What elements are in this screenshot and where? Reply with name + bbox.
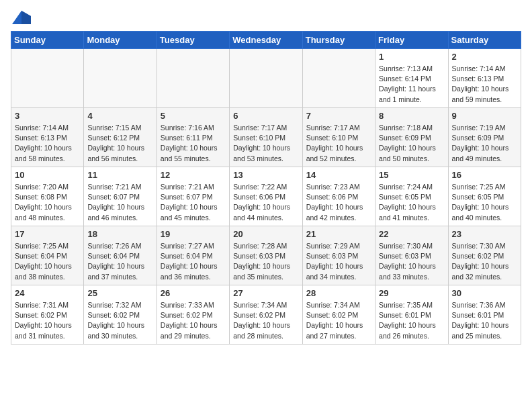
calendar-cell: 4Sunrise: 7:15 AM Sunset: 6:12 PM Daylig…: [84, 108, 157, 167]
calendar-cell: 5Sunrise: 7:16 AM Sunset: 6:11 PM Daylig…: [157, 108, 229, 167]
day-info: Sunrise: 7:17 AM Sunset: 6:10 PM Dayligh…: [306, 123, 371, 164]
calendar-cell: 28Sunrise: 7:34 AM Sunset: 6:02 PM Dayli…: [302, 285, 375, 345]
day-number: 26: [161, 288, 226, 298]
calendar-cell: 26Sunrise: 7:33 AM Sunset: 6:02 PM Dayli…: [157, 285, 229, 345]
col-header-wednesday: Wednesday: [230, 32, 302, 49]
day-info: Sunrise: 7:15 AM Sunset: 6:12 PM Dayligh…: [87, 123, 152, 164]
calendar-cell: 13Sunrise: 7:22 AM Sunset: 6:06 PM Dayli…: [230, 167, 302, 226]
day-info: Sunrise: 7:28 AM Sunset: 6:03 PM Dayligh…: [233, 241, 298, 282]
header-row: SundayMondayTuesdayWednesdayThursdayFrid…: [11, 32, 521, 49]
day-info: Sunrise: 7:17 AM Sunset: 6:10 PM Dayligh…: [233, 123, 298, 164]
calendar-cell: 24Sunrise: 7:31 AM Sunset: 6:02 PM Dayli…: [11, 285, 84, 345]
week-row-3: 10Sunrise: 7:20 AM Sunset: 6:08 PM Dayli…: [11, 167, 521, 226]
calendar-cell: 20Sunrise: 7:28 AM Sunset: 6:03 PM Dayli…: [230, 226, 302, 285]
day-info: Sunrise: 7:22 AM Sunset: 6:06 PM Dayligh…: [233, 182, 298, 223]
col-header-saturday: Saturday: [448, 32, 521, 49]
calendar-cell: [11, 49, 84, 108]
logo-icon: [12, 11, 31, 24]
day-info: Sunrise: 7:31 AM Sunset: 6:02 PM Dayligh…: [15, 300, 80, 341]
calendar-cell: 18Sunrise: 7:26 AM Sunset: 6:04 PM Dayli…: [84, 226, 157, 285]
calendar-cell: 2Sunrise: 7:14 AM Sunset: 6:13 PM Daylig…: [448, 49, 521, 108]
col-header-thursday: Thursday: [302, 32, 375, 49]
week-row-5: 24Sunrise: 7:31 AM Sunset: 6:02 PM Dayli…: [11, 285, 521, 345]
day-number: 20: [233, 229, 298, 239]
calendar-cell: 15Sunrise: 7:24 AM Sunset: 6:05 PM Dayli…: [375, 167, 448, 226]
day-info: Sunrise: 7:36 AM Sunset: 6:01 PM Dayligh…: [452, 300, 517, 341]
day-number: 19: [161, 229, 226, 239]
calendar-cell: 19Sunrise: 7:27 AM Sunset: 6:04 PM Dayli…: [157, 226, 229, 285]
day-info: Sunrise: 7:35 AM Sunset: 6:01 PM Dayligh…: [379, 300, 444, 341]
col-header-sunday: Sunday: [11, 32, 84, 49]
day-number: 6: [233, 111, 298, 121]
week-row-2: 3Sunrise: 7:14 AM Sunset: 6:13 PM Daylig…: [11, 108, 521, 167]
day-info: Sunrise: 7:21 AM Sunset: 6:07 PM Dayligh…: [161, 182, 226, 223]
col-header-tuesday: Tuesday: [157, 32, 229, 49]
calendar-cell: 23Sunrise: 7:30 AM Sunset: 6:02 PM Dayli…: [448, 226, 521, 285]
day-number: 8: [379, 111, 444, 121]
col-header-friday: Friday: [375, 32, 448, 49]
day-info: Sunrise: 7:34 AM Sunset: 6:02 PM Dayligh…: [306, 300, 371, 341]
day-info: Sunrise: 7:25 AM Sunset: 6:05 PM Dayligh…: [452, 182, 517, 223]
day-number: 18: [87, 229, 152, 239]
day-number: 12: [161, 170, 226, 180]
day-info: Sunrise: 7:30 AM Sunset: 6:02 PM Dayligh…: [452, 241, 517, 282]
day-info: Sunrise: 7:24 AM Sunset: 6:05 PM Dayligh…: [379, 182, 444, 223]
calendar-cell: 14Sunrise: 7:23 AM Sunset: 6:06 PM Dayli…: [302, 167, 375, 226]
day-number: 28: [306, 288, 371, 298]
day-number: 23: [452, 229, 517, 239]
day-number: 1: [379, 52, 444, 62]
day-number: 15: [379, 170, 444, 180]
day-number: 30: [452, 288, 517, 298]
day-info: Sunrise: 7:20 AM Sunset: 6:08 PM Dayligh…: [15, 182, 80, 223]
day-number: 13: [233, 170, 298, 180]
day-number: 2: [452, 52, 517, 62]
day-number: 10: [15, 170, 80, 180]
calendar-cell: 12Sunrise: 7:21 AM Sunset: 6:07 PM Dayli…: [157, 167, 229, 226]
calendar-cell: 8Sunrise: 7:18 AM Sunset: 6:09 PM Daylig…: [375, 108, 448, 167]
calendar-cell: 7Sunrise: 7:17 AM Sunset: 6:10 PM Daylig…: [302, 108, 375, 167]
svg-marker-1: [21, 11, 31, 24]
day-info: Sunrise: 7:13 AM Sunset: 6:14 PM Dayligh…: [379, 64, 444, 105]
page-header: [11, 11, 521, 24]
day-info: Sunrise: 7:32 AM Sunset: 6:02 PM Dayligh…: [87, 300, 152, 341]
day-number: 17: [15, 229, 80, 239]
day-number: 5: [161, 111, 226, 121]
calendar-cell: [302, 49, 375, 108]
calendar-cell: 10Sunrise: 7:20 AM Sunset: 6:08 PM Dayli…: [11, 167, 84, 226]
day-info: Sunrise: 7:25 AM Sunset: 6:04 PM Dayligh…: [15, 241, 80, 282]
day-info: Sunrise: 7:30 AM Sunset: 6:03 PM Dayligh…: [379, 241, 444, 282]
day-info: Sunrise: 7:34 AM Sunset: 6:02 PM Dayligh…: [233, 300, 298, 341]
day-info: Sunrise: 7:33 AM Sunset: 6:02 PM Dayligh…: [161, 300, 226, 341]
day-info: Sunrise: 7:27 AM Sunset: 6:04 PM Dayligh…: [161, 241, 226, 282]
day-info: Sunrise: 7:23 AM Sunset: 6:06 PM Dayligh…: [306, 182, 371, 223]
week-row-1: 1Sunrise: 7:13 AM Sunset: 6:14 PM Daylig…: [11, 49, 521, 108]
day-number: 21: [306, 229, 371, 239]
day-number: 22: [379, 229, 444, 239]
calendar-cell: 6Sunrise: 7:17 AM Sunset: 6:10 PM Daylig…: [230, 108, 302, 167]
calendar-cell: 27Sunrise: 7:34 AM Sunset: 6:02 PM Dayli…: [230, 285, 302, 345]
day-number: 25: [87, 288, 152, 298]
day-number: 3: [15, 111, 80, 121]
week-row-4: 17Sunrise: 7:25 AM Sunset: 6:04 PM Dayli…: [11, 226, 521, 285]
calendar-cell: 21Sunrise: 7:29 AM Sunset: 6:03 PM Dayli…: [302, 226, 375, 285]
day-info: Sunrise: 7:16 AM Sunset: 6:11 PM Dayligh…: [161, 123, 226, 164]
logo: [11, 11, 31, 24]
day-number: 7: [306, 111, 371, 121]
col-header-monday: Monday: [84, 32, 157, 49]
day-info: Sunrise: 7:18 AM Sunset: 6:09 PM Dayligh…: [379, 123, 444, 164]
calendar-cell: 29Sunrise: 7:35 AM Sunset: 6:01 PM Dayli…: [375, 285, 448, 345]
day-info: Sunrise: 7:21 AM Sunset: 6:07 PM Dayligh…: [87, 182, 152, 223]
day-number: 29: [379, 288, 444, 298]
day-number: 9: [452, 111, 517, 121]
calendar-cell: [230, 49, 302, 108]
calendar-cell: 22Sunrise: 7:30 AM Sunset: 6:03 PM Dayli…: [375, 226, 448, 285]
calendar-cell: 17Sunrise: 7:25 AM Sunset: 6:04 PM Dayli…: [11, 226, 84, 285]
day-number: 4: [87, 111, 152, 121]
day-number: 11: [87, 170, 152, 180]
day-info: Sunrise: 7:14 AM Sunset: 6:13 PM Dayligh…: [15, 123, 80, 164]
day-number: 16: [452, 170, 517, 180]
day-number: 24: [15, 288, 80, 298]
calendar-cell: 25Sunrise: 7:32 AM Sunset: 6:02 PM Dayli…: [84, 285, 157, 345]
calendar-cell: 9Sunrise: 7:19 AM Sunset: 6:09 PM Daylig…: [448, 108, 521, 167]
day-info: Sunrise: 7:26 AM Sunset: 6:04 PM Dayligh…: [87, 241, 152, 282]
